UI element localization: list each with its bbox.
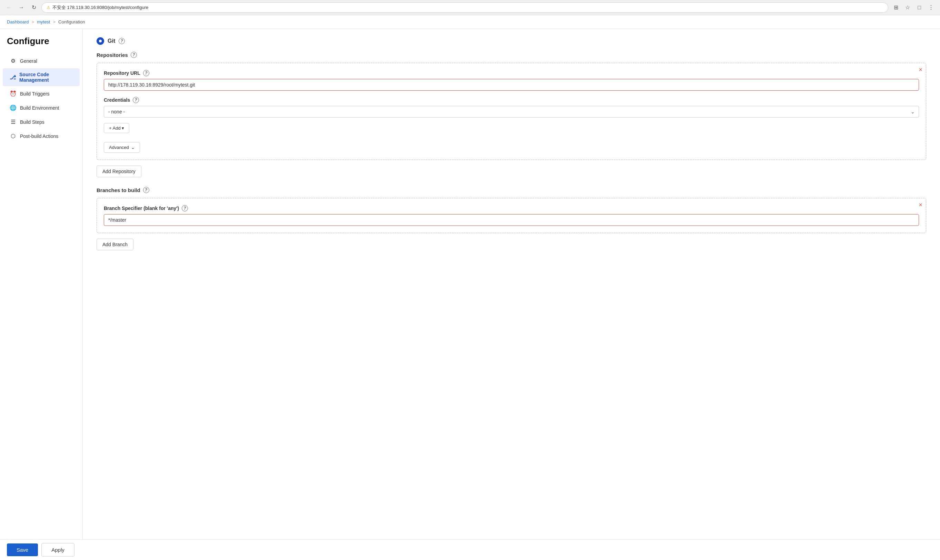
source-code-icon: ⎇ — [10, 74, 16, 81]
breadcrumb-dashboard[interactable]: Dashboard — [7, 19, 29, 25]
browser-chrome: ← → ↻ ⚠ 不安全 178.119.30.16:8080/job/mytes… — [0, 0, 940, 15]
branch-box: × Branch Specifier (blank for 'any') ? — [97, 198, 926, 233]
branch-specifier-label: Branch Specifier (blank for 'any') ? — [104, 205, 919, 211]
forward-button[interactable]: → — [17, 3, 26, 12]
remove-repository-button[interactable]: × — [918, 66, 922, 73]
git-section-header: Git ? — [97, 37, 926, 45]
git-help-icon[interactable]: ? — [118, 38, 125, 44]
reload-button[interactable]: ↻ — [29, 3, 38, 12]
security-warning-icon: ⚠ — [46, 5, 50, 10]
content-area: Git ? Repositories ? × Repository URL ? … — [83, 29, 940, 542]
branch-specifier-input[interactable] — [104, 214, 919, 226]
advanced-label: Advanced — [109, 145, 129, 150]
address-bar[interactable]: ⚠ 不安全 178.119.30.16:8080/job/mytest/conf… — [42, 2, 888, 13]
repository-url-input[interactable] — [104, 79, 919, 91]
sidebar: Configure ⚙ General ⎇ Source Code Manage… — [0, 29, 83, 542]
add-repository-label: Add Repository — [102, 169, 135, 174]
sidebar-item-build-steps[interactable]: ☰ Build Steps — [3, 115, 80, 129]
credentials-select-wrapper: - none - ⌄ — [104, 106, 919, 118]
repo-url-help-icon[interactable]: ? — [143, 70, 149, 76]
add-branch-button[interactable]: Add Branch — [97, 238, 134, 250]
repositories-label: Repositories ? — [97, 52, 926, 58]
credentials-select[interactable]: - none - — [104, 106, 919, 118]
credentials-help-icon[interactable]: ? — [133, 97, 139, 103]
build-triggers-icon: ⏰ — [10, 90, 17, 97]
sidebar-item-general-label: General — [20, 58, 37, 64]
sidebar-item-postbuild-label: Post-build Actions — [20, 134, 58, 139]
remove-branch-button[interactable]: × — [918, 202, 922, 208]
footer-bar: Save Apply — [0, 539, 940, 542]
advanced-button[interactable]: Advanced ⌄ — [104, 142, 140, 153]
branches-label: Branches to build ? — [97, 187, 926, 193]
credentials-label: Credentials ? — [104, 97, 919, 103]
sidebar-item-build-environment[interactable]: 🌐 Build Environment — [3, 101, 80, 114]
repository-box: × Repository URL ? Credentials ? - none … — [97, 63, 926, 160]
sidebar-item-build-triggers[interactable]: ⏰ Build Triggers — [3, 87, 80, 100]
sidebar-item-environment-label: Build Environment — [20, 105, 59, 111]
back-button[interactable]: ← — [4, 3, 14, 12]
repo-url-label: Repository URL ? — [104, 70, 919, 76]
breadcrumb: Dashboard > mytest > Configuration — [0, 15, 940, 29]
add-credentials-label: + Add ▾ — [109, 126, 124, 131]
build-steps-icon: ☰ — [10, 118, 17, 125]
branch-specifier-help-icon[interactable]: ? — [182, 205, 188, 211]
breadcrumb-configuration: Configuration — [58, 19, 85, 25]
add-credentials-button[interactable]: + Add ▾ — [104, 123, 129, 133]
breadcrumb-mytest[interactable]: mytest — [37, 19, 50, 25]
sidebar-item-triggers-label: Build Triggers — [20, 91, 50, 97]
sidebar-item-source-code[interactable]: ⎇ Source Code Management — [3, 68, 80, 86]
page-title: Configure — [0, 36, 82, 54]
general-icon: ⚙ — [10, 58, 17, 64]
post-build-icon: ⬡ — [10, 133, 17, 139]
menu-button[interactable]: ⋮ — [926, 3, 936, 12]
add-branch-label: Add Branch — [102, 242, 128, 247]
repositories-help-icon[interactable]: ? — [131, 52, 137, 58]
sidebar-item-steps-label: Build Steps — [20, 119, 45, 125]
extensions-button[interactable]: □ — [914, 3, 924, 12]
translate-button[interactable]: ⊞ — [891, 3, 901, 12]
sidebar-item-general[interactable]: ⚙ General — [3, 54, 80, 68]
sidebar-item-source-label: Source Code Management — [19, 72, 73, 83]
git-radio-button[interactable] — [97, 37, 104, 45]
git-label: Git — [108, 38, 115, 44]
advanced-chevron-icon: ⌄ — [131, 145, 135, 150]
branches-help-icon[interactable]: ? — [143, 187, 149, 193]
address-text: 不安全 178.119.30.16:8080/job/mytest/config… — [52, 5, 148, 11]
sidebar-item-post-build[interactable]: ⬡ Post-build Actions — [3, 129, 80, 143]
main-layout: Configure ⚙ General ⎇ Source Code Manage… — [0, 29, 940, 542]
build-environment-icon: 🌐 — [10, 105, 17, 111]
add-repository-button[interactable]: Add Repository — [97, 166, 142, 177]
bookmark-button[interactable]: ☆ — [903, 3, 912, 12]
